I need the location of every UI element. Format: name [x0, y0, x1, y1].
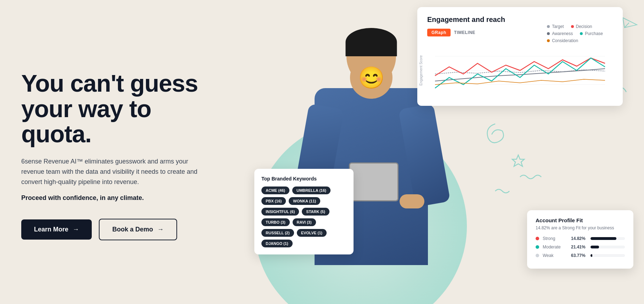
- profile-card: Account Profile Fit 14.82% are a Strong …: [527, 210, 633, 269]
- y-axis-label: Engagement Score: [419, 55, 423, 86]
- profile-weak-label: Weak: [543, 253, 567, 258]
- chart-legend: Target Decision Awareness Purchase: [547, 24, 603, 43]
- arrow-icon: →: [73, 226, 79, 233]
- keyword-turbo: TURBO (3): [261, 218, 290, 226]
- subtext: 6sense Revenue AI™ eliminates guesswork …: [21, 156, 205, 187]
- profile-row-weak: Weak 63.77%: [536, 253, 625, 258]
- keyword-insightful: INSIGHTFUL (6): [261, 208, 299, 216]
- keyword-django: DJANGO (1): [261, 240, 293, 247]
- book-demo-button[interactable]: Book a Demo →: [99, 219, 177, 240]
- profile-strong-pct: 14.82%: [571, 236, 587, 241]
- tagline: Proceed with confidence, in any climate.: [21, 194, 227, 202]
- arrow-icon-2: →: [157, 226, 164, 233]
- keyword-stark: STARK (5): [302, 208, 329, 216]
- keywords-card: Top Branded Keywords ACME (46) UMBRELLA …: [254, 169, 354, 254]
- headline: You can't guessyour way to quota.: [21, 71, 227, 147]
- keyword-wonka: WONKA (11): [289, 197, 320, 205]
- svg-marker-7: [623, 18, 637, 28]
- keyword-pbx: PBX (16): [261, 197, 286, 205]
- keyword-russell: RUSSELL (2): [261, 229, 294, 237]
- keyword-ravi: RAVI (3): [293, 218, 316, 226]
- profile-moderate-pct: 21.41%: [571, 245, 587, 249]
- profile-weak-bar-bg: [591, 254, 625, 257]
- learn-more-button[interactable]: Learn More →: [21, 219, 92, 240]
- tab-timeline[interactable]: TIMELINE: [454, 30, 475, 35]
- profile-strong-bar: [591, 237, 616, 240]
- profile-moderate-label: Moderate: [543, 245, 567, 249]
- chart-area: Engagement Score: [427, 42, 613, 99]
- profile-title: Account Profile Fit: [536, 217, 625, 223]
- profile-row-moderate: Moderate 21.41%: [536, 245, 625, 249]
- keywords-grid: ACME (46) UMBRELLA (16) PBX (16) WONKA (…: [261, 187, 346, 247]
- keywords-title: Top Branded Keywords: [261, 176, 346, 182]
- profile-moderate-bar-bg: [591, 246, 625, 248]
- tab-graph[interactable]: GRaph: [427, 29, 451, 36]
- profile-strong-label: Strong: [543, 236, 567, 241]
- learn-more-label: Learn More: [34, 226, 68, 233]
- keyword-acme: ACME (46): [261, 187, 289, 194]
- engagement-card: Engagement and reach Target Decision: [417, 7, 623, 106]
- keyword-evolve: EVOLVE (1): [297, 229, 327, 237]
- left-section: You can't guessyour way to quota. 6sense…: [0, 0, 248, 304]
- profile-weak-pct: 63.77%: [571, 253, 587, 258]
- chart-svg: [427, 42, 613, 99]
- profile-subtitle: 14.82% are a Strong Fit for your busines…: [536, 225, 625, 230]
- profile-moderate-bar: [591, 246, 599, 248]
- book-demo-label: Book a Demo: [112, 226, 153, 233]
- profile-row-strong: Strong 14.82%: [536, 236, 625, 241]
- profile-strong-bar-bg: [591, 237, 625, 240]
- profile-weak-bar: [591, 254, 592, 257]
- keyword-umbrella: UMBRELLA (16): [292, 187, 331, 194]
- engagement-title: Engagement and reach: [427, 16, 613, 24]
- right-section: 😊 Engagement and reach Target Decision: [226, 0, 644, 304]
- button-row: Learn More → Book a Demo →: [21, 219, 227, 240]
